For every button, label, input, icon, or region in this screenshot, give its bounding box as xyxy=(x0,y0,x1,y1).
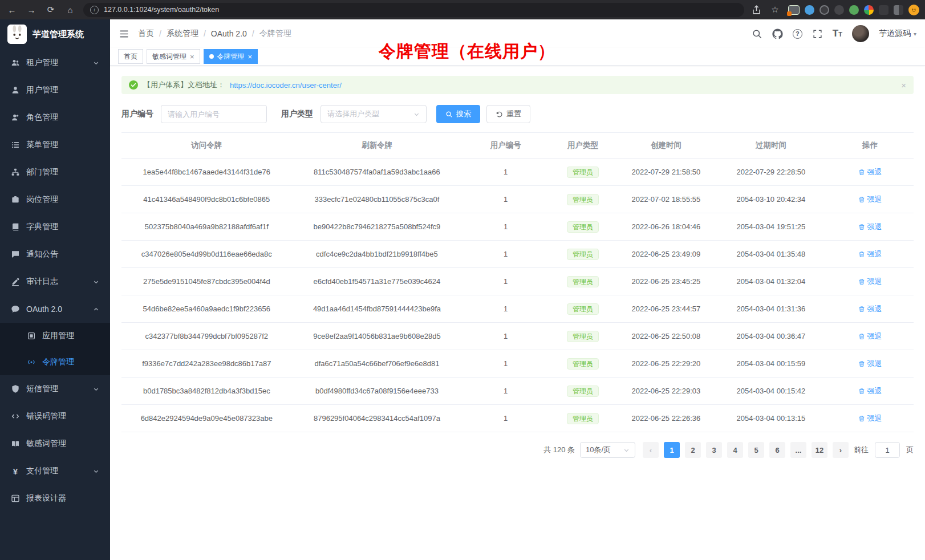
page-button[interactable]: 3 xyxy=(706,442,722,458)
sidebar-item-oauth2-application[interactable]: 应用管理 xyxy=(0,323,110,349)
extension-icon[interactable] xyxy=(819,5,829,15)
reset-button[interactable]: 重置 xyxy=(486,105,530,123)
force-logout-button[interactable]: 强退 xyxy=(858,249,882,259)
extension-icon[interactable] xyxy=(805,5,814,15)
fullscreen-icon[interactable] xyxy=(812,29,823,39)
table-row: 41c41346a548490f9dc8b01c6bfe0865 333ecfc… xyxy=(121,186,914,213)
access-token-cell: c342377bf8b344799dcbf7bf095287f2 xyxy=(121,323,292,350)
sidebar-item-post[interactable]: 岗位管理 xyxy=(0,186,110,213)
breadcrumb-item[interactable]: OAuth 2.0 xyxy=(211,29,247,38)
refresh-token-cell: 333ecfc71e02480cb11055c875c3ca0f xyxy=(292,186,462,213)
sidebar-toggle-icon[interactable] xyxy=(894,5,903,15)
created-time-cell: 2022-07-29 21:58:50 xyxy=(616,159,716,186)
user-menu[interactable]: 芋道源码▾ xyxy=(879,29,916,39)
doc-link[interactable]: https://doc.iocoder.cn/user-center/ xyxy=(230,81,342,90)
tab-home[interactable]: 首页 xyxy=(118,49,143,64)
refresh-token-cell: be90422b8c7946218275a508bf524fc9 xyxy=(292,213,462,241)
page-button[interactable]: 4 xyxy=(727,442,743,458)
prev-page-button[interactable]: ‹ xyxy=(643,442,659,458)
force-logout-button[interactable]: 强退 xyxy=(858,167,882,177)
font-size-icon[interactable]: TT xyxy=(833,28,842,39)
force-logout-button[interactable]: 强退 xyxy=(858,359,882,369)
share-icon[interactable] xyxy=(751,5,762,15)
action-cell: 强退 xyxy=(826,323,914,350)
force-logout-button[interactable]: 强退 xyxy=(858,194,882,205)
sidebar-item-payment[interactable]: ¥ 支付管理 xyxy=(0,457,110,485)
sidebar-item-dept[interactable]: 部门管理 xyxy=(0,159,110,186)
sidebar-menu: 租户管理 用户管理 角色管理 菜单管理 部门管理 岗位管理 xyxy=(0,49,110,560)
sidebar-item-report-designer[interactable]: 报表设计器 xyxy=(0,485,110,512)
search-icon xyxy=(445,111,453,118)
bookmark-star-icon[interactable]: ☆ xyxy=(769,5,781,15)
page-ellipsis-button[interactable]: ... xyxy=(790,442,806,458)
browser-home-button[interactable]: ⌂ xyxy=(64,5,76,15)
column-header: 创建时间 xyxy=(616,133,716,159)
sidebar-item-error-code[interactable]: 错误码管理 xyxy=(0,403,110,430)
user-type-cell: 管理员 xyxy=(549,405,616,432)
site-info-icon[interactable]: i xyxy=(90,6,99,14)
extension-icon[interactable] xyxy=(834,5,844,15)
app-logo-row[interactable]: 芋道管理系统 xyxy=(0,19,110,49)
user-avatar[interactable] xyxy=(852,25,869,42)
sidebar-item-oauth2[interactable]: OAuth 2.0 xyxy=(0,295,110,323)
sidebar-collapse-icon[interactable] xyxy=(119,29,129,39)
sidebar-item-menu[interactable]: 菜单管理 xyxy=(0,131,110,159)
breadcrumb-item[interactable]: 系统管理 xyxy=(167,29,198,39)
next-page-button[interactable]: › xyxy=(833,442,849,458)
report-grid-icon xyxy=(11,494,20,503)
browser-reload-button[interactable]: ⟳ xyxy=(44,5,57,15)
page-button[interactable]: 2 xyxy=(685,442,701,458)
page-button[interactable]: 5 xyxy=(748,442,764,458)
page-button[interactable]: 1 xyxy=(664,442,680,458)
sidebar-item-notice[interactable]: 通知公告 xyxy=(0,241,110,268)
sidebar-item-user[interactable]: 用户管理 xyxy=(0,76,110,104)
github-icon[interactable] xyxy=(772,29,783,39)
force-logout-button[interactable]: 强退 xyxy=(858,222,882,232)
sidebar-item-role[interactable]: 角色管理 xyxy=(0,104,110,131)
close-icon[interactable]: × xyxy=(248,53,253,60)
expire-time-cell: 2054-03-10 20:42:34 xyxy=(716,186,826,213)
force-logout-button[interactable]: 强退 xyxy=(858,304,882,314)
id-badge-icon xyxy=(11,195,20,204)
search-button[interactable]: 搜索 xyxy=(436,105,480,123)
extension-icon[interactable] xyxy=(788,5,800,15)
close-icon[interactable]: × xyxy=(190,53,194,60)
page-button[interactable]: 12 xyxy=(812,442,827,458)
extension-icon[interactable] xyxy=(864,5,874,15)
user-type-select[interactable]: 请选择用户类型 xyxy=(320,105,427,123)
sidebar-item-sms[interactable]: 短信管理 xyxy=(0,375,110,403)
browser-back-button[interactable]: ← xyxy=(6,5,18,15)
token-signal-icon xyxy=(27,358,36,367)
browser-forward-button[interactable]: → xyxy=(25,5,38,15)
force-logout-button[interactable]: 强退 xyxy=(858,386,882,396)
extension-icon[interactable] xyxy=(879,5,889,15)
browser-profile-avatar[interactable] xyxy=(908,5,919,15)
page-button[interactable]: 6 xyxy=(769,442,785,458)
token-table-body: 1ea5e44f8bc1467aaede43144f31de76 811c530… xyxy=(121,159,914,432)
page-size-select[interactable]: 10条/页 xyxy=(580,442,635,458)
force-logout-button[interactable]: 强退 xyxy=(858,413,882,424)
sidebar-item-tenant[interactable]: 租户管理 xyxy=(0,49,110,76)
tab-sensitive-word[interactable]: 敏感词管理 × xyxy=(147,49,200,64)
alert-text: 【用户体系】文档地址： xyxy=(143,80,225,90)
force-logout-button[interactable]: 强退 xyxy=(858,277,882,287)
search-icon[interactable] xyxy=(752,29,762,39)
tab-token-active[interactable]: 令牌管理 × xyxy=(204,49,258,64)
close-icon[interactable]: × xyxy=(901,80,906,90)
user-type-cell: 管理员 xyxy=(549,241,616,268)
address-bar[interactable]: i 127.0.0.1:1024/system/oauth2/token xyxy=(83,3,744,17)
extension-icon[interactable] xyxy=(849,5,859,15)
help-icon[interactable]: ? xyxy=(793,29,802,39)
page-jump-input[interactable] xyxy=(875,442,900,458)
sidebar-item-sensitive-word[interactable]: 敏感词管理 xyxy=(0,430,110,457)
token-table: 访问令牌 刷新令牌 用户编号 用户类型 创建时间 过期时间 操作 1ea5e44… xyxy=(121,132,914,432)
user-id-input[interactable] xyxy=(161,105,267,123)
expire-time-cell: 2054-03-04 00:15:59 xyxy=(716,350,826,378)
force-logout-button[interactable]: 强退 xyxy=(858,331,882,342)
sidebar-item-audit-log[interactable]: 审计日志 xyxy=(0,268,110,295)
sidebar-item-oauth2-token[interactable]: 令牌管理 xyxy=(0,349,110,375)
created-time-cell: 2022-06-25 22:26:36 xyxy=(616,405,716,432)
user-type-badge: 管理员 xyxy=(567,385,599,397)
sidebar-item-dict[interactable]: 字典管理 xyxy=(0,213,110,241)
breadcrumb-item[interactable]: 首页 xyxy=(138,29,154,39)
